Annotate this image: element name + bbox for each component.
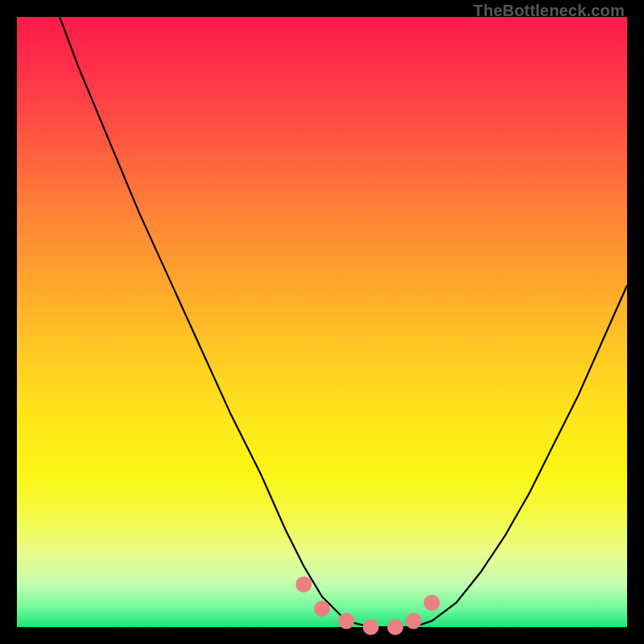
highlighted-markers-group — [295, 576, 440, 635]
chart-frame: TheBottleneck.com — [0, 0, 644, 644]
marker-dot — [314, 601, 330, 617]
marker-dot — [363, 619, 379, 635]
marker-dot — [406, 613, 422, 629]
attribution-text: TheBottleneck.com — [473, 2, 625, 20]
chart-svg — [17, 17, 627, 627]
marker-dot — [338, 613, 354, 629]
marker-dot — [295, 576, 312, 592]
marker-dot — [387, 619, 403, 635]
bottleneck-curve-line — [60, 17, 627, 627]
marker-dot — [423, 595, 440, 611]
